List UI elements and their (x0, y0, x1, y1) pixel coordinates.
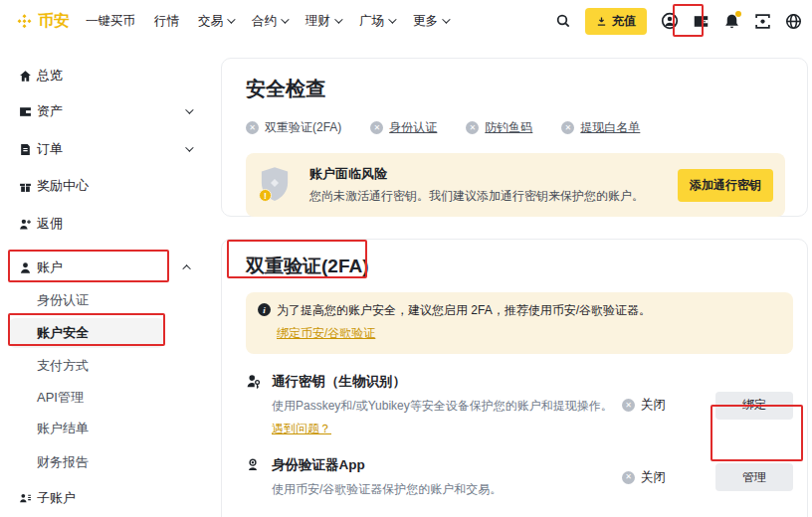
chevron-up-icon (182, 264, 190, 272)
notifications-bell-icon[interactable] (723, 13, 740, 30)
shield-icon: ! (260, 167, 294, 203)
sidebar-item-subaccounts[interactable]: 子账户 (0, 486, 209, 510)
logo-text: 币安 (38, 11, 70, 32)
language-globe-icon[interactable] (785, 13, 802, 30)
nav-earn[interactable]: 理财 (305, 13, 340, 30)
chevron-down-icon (334, 15, 342, 23)
top-navbar: 币安 一键买币 行情 交易 合约 理财 广场 更多 充值 (0, 0, 812, 42)
profile-icon[interactable] (661, 12, 679, 30)
binance-diamond-icon (16, 13, 33, 30)
nav-markets[interactable]: 行情 (154, 13, 179, 30)
two-factor-tip-banner: i 为了提高您的账户安全，建议您启用 2FA，推荐使用币安/谷歌验证器。 绑定币… (246, 292, 793, 354)
check-2fa[interactable]: ✕ 双重验证(2FA) (246, 119, 341, 136)
warning-icon: ! (259, 189, 272, 202)
chevron-down-icon (442, 15, 450, 23)
sidebar-item-payment-methods[interactable]: 支付方式 (0, 354, 209, 378)
x-circle-icon: ✕ (466, 121, 479, 134)
passkey-help-link[interactable]: 遇到问题？ (272, 421, 331, 437)
account-risk-banner: ! 账户面临风险 您尚未激活通行密钥。我们建议添加通行密钥来保护您的账户。 添加… (246, 153, 785, 217)
risk-description: 您尚未激活通行密钥。我们建议添加通行密钥来保护您的账户。 (309, 188, 644, 205)
subaccount-icon (18, 491, 32, 505)
app-download-icon[interactable] (754, 13, 771, 30)
passkey-title: 通行密钥（生物识别） (272, 373, 622, 391)
chevron-down-icon (281, 15, 289, 23)
sidebar-item-financial-reports[interactable]: 财务报告 (0, 450, 209, 474)
nav-futures[interactable]: 合约 (252, 13, 287, 30)
bind-authenticator-link[interactable]: 绑定币安/谷歌验证 (277, 325, 375, 342)
notification-dot (735, 11, 741, 17)
passkey-row: 通行密钥（生物识别） 使用Passkey和/或Yubikey等安全设备保护您的账… (246, 373, 793, 437)
nav-more[interactable]: 更多 (413, 13, 448, 30)
tip-text: 为了提高您的账户安全，建议您启用 2FA，推荐使用币安/谷歌验证器。 (277, 302, 651, 319)
security-check-title: 安全检查 (246, 76, 785, 102)
account-person-icon (18, 260, 32, 274)
nav-trade[interactable]: 交易 (198, 13, 233, 30)
check-withdrawal-whitelist[interactable]: ✕ 提现白名单 (561, 119, 640, 136)
security-check-card: 安全检查 ✕ 双重验证(2FA) ✕ 身份认证 ✕ 防钓鱼码 ✕ 提现白名单 ! (221, 58, 808, 217)
passkey-status: ✕ 关闭 (622, 397, 688, 414)
check-antiphishing-code[interactable]: ✕ 防钓鱼码 (466, 119, 532, 136)
add-passkey-button[interactable]: 添加通行密钥 (678, 169, 773, 202)
home-icon (18, 69, 32, 83)
wallet-icon[interactable] (693, 13, 710, 30)
passkey-icon (246, 373, 264, 389)
risk-title: 账户面临风险 (309, 165, 644, 183)
nav-square[interactable]: 广场 (359, 13, 394, 30)
main-nav: 一键买币 行情 交易 合约 理财 广场 更多 (86, 13, 448, 30)
sidebar-item-account-security[interactable]: 账户安全 (8, 318, 165, 348)
page: 币安 一键买币 行情 交易 合约 理财 广场 更多 充值 (0, 0, 812, 517)
info-icon: i (258, 303, 271, 316)
authenticator-row: 身份验证器App 使用币安/谷歌验证器保护您的账户和交易。 ✕ 关闭 管理 (246, 456, 793, 498)
authenticator-title: 身份验证器App (272, 456, 622, 474)
x-circle-icon: ✕ (370, 121, 383, 134)
sidebar-item-identity-verification[interactable]: 身份认证 (0, 288, 209, 312)
rewards-gift-icon (18, 179, 32, 193)
chevron-down-icon (185, 143, 193, 151)
authenticator-description: 使用币安/谷歌验证器保护您的账户和交易。 (272, 481, 622, 498)
two-factor-title: 双重验证(2FA) (246, 254, 793, 279)
authenticator-status: ✕ 关闭 (622, 469, 688, 486)
search-icon[interactable] (555, 13, 571, 29)
referral-person-plus-icon (18, 217, 32, 231)
wallet-icon (18, 104, 32, 118)
two-factor-card: 双重验证(2FA) i 为了提高您的账户安全，建议您启用 2FA，推荐使用币安/… (221, 239, 808, 517)
sidebar-item-account[interactable]: 账户 (0, 254, 209, 281)
deposit-button[interactable]: 充值 (585, 8, 647, 35)
x-circle-icon: ✕ (622, 399, 635, 412)
sidebar-item-rewards[interactable]: 奖励中心 (0, 174, 209, 198)
nav-buy-crypto[interactable]: 一键买币 (86, 13, 135, 30)
sidebar-item-overview[interactable]: 总览 (0, 64, 209, 87)
chevron-down-icon (227, 15, 235, 23)
orders-document-icon (18, 142, 32, 156)
x-circle-icon: ✕ (246, 121, 259, 134)
check-identity-verification[interactable]: ✕ 身份认证 (370, 119, 437, 136)
download-icon (596, 16, 607, 27)
x-circle-icon: ✕ (622, 471, 635, 484)
security-check-list: ✕ 双重验证(2FA) ✕ 身份认证 ✕ 防钓鱼码 ✕ 提现白名单 (246, 119, 785, 136)
sidebar-item-assets[interactable]: 资产 (0, 99, 209, 123)
sidebar-item-referral[interactable]: 返佣 (0, 212, 209, 236)
navbar-actions: 充值 (555, 8, 802, 35)
sidebar-item-account-statement[interactable]: 账户结单 (0, 417, 209, 440)
sidebar: 总览 资产 订单 奖励中心 返佣 (0, 42, 209, 517)
sidebar-item-api-management[interactable]: API管理 (0, 386, 209, 410)
passkey-description: 使用Passkey和/或Yubikey等安全设备保护您的账户和提现操作。 (272, 398, 622, 415)
x-circle-icon: ✕ (561, 121, 574, 134)
passkey-bind-button[interactable]: 绑定 (715, 392, 793, 420)
chevron-down-icon (185, 105, 193, 113)
binance-logo[interactable]: 币安 (16, 11, 70, 32)
authenticator-manage-button[interactable]: 管理 (715, 463, 793, 491)
chevron-down-icon (388, 15, 396, 23)
authenticator-app-icon (246, 456, 264, 472)
sidebar-item-orders[interactable]: 订单 (0, 137, 209, 161)
